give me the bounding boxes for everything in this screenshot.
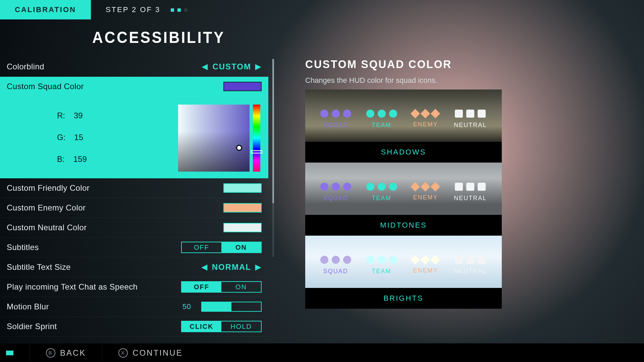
preview-group-neutral: NEUTRAL bbox=[454, 256, 487, 275]
page-title: ACCESSIBILITY bbox=[92, 28, 225, 47]
preview-group-enemy: ENEMY bbox=[412, 110, 439, 128]
motion-blur-fill bbox=[202, 302, 231, 311]
chevron-right-icon[interactable]: ▶ bbox=[255, 263, 262, 272]
header: CALIBRATION STEP 2 OF 3 bbox=[0, 0, 202, 19]
sprint-toggle[interactable]: CLICK HOLD bbox=[181, 321, 262, 332]
back-button[interactable]: B BACK bbox=[46, 348, 86, 358]
settings-scrollbar[interactable] bbox=[272, 59, 274, 257]
preview-group-squad: SQUAD bbox=[320, 110, 351, 129]
setting-subtitles[interactable]: Subtitles OFF ON bbox=[0, 238, 268, 257]
colorblind-value: CUSTOM bbox=[212, 62, 251, 71]
friendly-swatch[interactable] bbox=[223, 183, 262, 193]
step-indicator: STEP 2 OF 3 bbox=[91, 0, 203, 19]
setting-enemy-color[interactable]: Custom Enemy Color bbox=[0, 198, 268, 218]
chevron-left-icon[interactable]: ◀ bbox=[202, 62, 208, 71]
squad-color-swatch[interactable] bbox=[223, 82, 262, 91]
subtitles-off[interactable]: OFF bbox=[182, 242, 221, 252]
preview-panel: CUSTOM SQUAD COLOR Changes the HUD color… bbox=[305, 58, 502, 309]
motion-blur-value: 50 bbox=[182, 302, 197, 311]
preview-group-neutral: NEUTRAL bbox=[454, 110, 487, 129]
hue-marker[interactable] bbox=[251, 150, 262, 154]
scrollbar-thumb[interactable] bbox=[272, 59, 274, 203]
tts-toggle[interactable]: OFF ON bbox=[181, 281, 262, 293]
caption-brights: BRIGHTS bbox=[305, 288, 502, 309]
continue-key-icon: X bbox=[118, 348, 128, 358]
rgb-values: R:39 G:15 B:159 bbox=[0, 105, 134, 170]
setting-squad-color[interactable]: Custom Squad Color bbox=[0, 77, 268, 97]
settings-panel: Colorblind ◀ CUSTOM ▶ Custom Squad Color… bbox=[0, 57, 268, 337]
color-picker[interactable]: R:39 G:15 B:159 bbox=[0, 97, 268, 178]
tts-on[interactable]: ON bbox=[221, 282, 261, 292]
motion-blur-slider[interactable] bbox=[201, 302, 262, 312]
subtitles-toggle[interactable]: OFF ON bbox=[181, 242, 262, 253]
chevron-left-icon[interactable]: ◀ bbox=[202, 263, 208, 272]
preview-group-team: TEAM bbox=[366, 110, 397, 129]
setting-neutral-color[interactable]: Custom Neutral Color bbox=[0, 218, 268, 238]
tts-off[interactable]: OFF bbox=[182, 282, 221, 292]
footer: B BACK X CONTINUE bbox=[0, 343, 644, 362]
enemy-swatch[interactable] bbox=[223, 203, 262, 213]
neutral-swatch[interactable] bbox=[223, 223, 262, 232]
setting-colorblind[interactable]: Colorblind ◀ CUSTOM ▶ bbox=[0, 57, 268, 77]
preview-midtones: SQUADTEAMENEMYNEUTRAL bbox=[305, 163, 502, 215]
setting-motion-blur[interactable]: Motion Blur 50 bbox=[0, 297, 268, 317]
chevron-right-icon[interactable]: ▶ bbox=[255, 62, 262, 71]
sprint-click[interactable]: CLICK bbox=[182, 321, 221, 331]
footer-pip-icon bbox=[6, 351, 13, 355]
preview-group-squad: SQUAD bbox=[320, 183, 351, 202]
preview-brights: SQUADTEAMENEMYNEUTRAL bbox=[305, 236, 502, 288]
preview-title: CUSTOM SQUAD COLOR bbox=[305, 58, 490, 71]
preview-group-enemy: ENEMY bbox=[412, 183, 439, 201]
preview-group-neutral: NEUTRAL bbox=[454, 183, 487, 202]
preview-desc: Changes the HUD color for squad icons. bbox=[305, 76, 502, 85]
calibration-tab[interactable]: CALIBRATION bbox=[0, 0, 91, 19]
squad-color-label: Custom Squad Color bbox=[7, 82, 84, 91]
setting-friendly-color[interactable]: Custom Friendly Color bbox=[0, 178, 268, 198]
step-dots bbox=[171, 8, 187, 12]
setting-tts[interactable]: Play incoming Text Chat as Speech OFF ON bbox=[0, 277, 268, 297]
back-key-icon: B bbox=[46, 348, 55, 358]
preview-group-team: TEAM bbox=[366, 183, 397, 202]
preview-group-team: TEAM bbox=[366, 256, 397, 275]
caption-midtones: MIDTONES bbox=[305, 215, 502, 236]
preview-shadows: SQUADTEAMENEMYNEUTRAL bbox=[305, 89, 502, 142]
caption-shadows: SHADOWS bbox=[305, 142, 502, 163]
setting-sprint[interactable]: Soldier Sprint CLICK HOLD bbox=[0, 317, 268, 337]
saturation-value-field[interactable] bbox=[178, 105, 250, 172]
subtitle-size-value: NORMAL bbox=[212, 262, 251, 272]
picker-handle[interactable] bbox=[236, 145, 242, 151]
continue-button[interactable]: X CONTINUE bbox=[118, 348, 182, 358]
sprint-hold[interactable]: HOLD bbox=[221, 321, 261, 331]
colorblind-label: Colorblind bbox=[7, 62, 44, 71]
setting-subtitle-size[interactable]: Subtitle Text Size ◀ NORMAL ▶ bbox=[0, 257, 268, 277]
preview-group-enemy: ENEMY bbox=[412, 256, 439, 274]
subtitles-on[interactable]: ON bbox=[221, 242, 261, 252]
preview-group-squad: SQUAD bbox=[320, 256, 351, 275]
hue-slider[interactable] bbox=[253, 105, 260, 172]
